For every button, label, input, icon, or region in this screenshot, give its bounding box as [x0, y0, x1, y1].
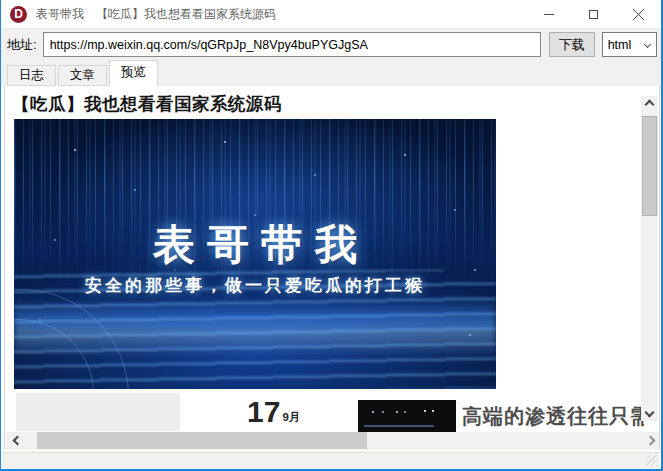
- tab-article-label: 文章: [70, 68, 95, 82]
- tab-preview[interactable]: 预览: [109, 60, 158, 86]
- image-placeholder: [16, 393, 180, 431]
- chevron-right-icon: [646, 436, 656, 446]
- article-date-month: 9月: [282, 410, 300, 429]
- app-window: D 表哥带我 【吃瓜】我也想看看国家系统源码 地址: 下载 html 日志: [0, 0, 663, 471]
- vertical-scrollbar-thumb[interactable]: [642, 116, 657, 216]
- preview-pane: 【吃瓜】我也想看看国家系统源码 表哥带我 安全的那些事，做一只爱吃瓜的打工猴 1…: [4, 85, 660, 449]
- thumbnail-detail-dots: [358, 400, 360, 402]
- minimize-button[interactable]: [526, 0, 571, 28]
- address-row: 地址: 下载 html: [1, 29, 661, 60]
- chevron-up-icon: [645, 100, 655, 110]
- tab-log[interactable]: 日志: [7, 65, 56, 86]
- tab-preview-label: 预览: [121, 65, 146, 79]
- maximize-button[interactable]: [571, 0, 616, 28]
- app-icon: D: [10, 6, 27, 23]
- window-title: 表哥带我 【吃瓜】我也想看看国家系统源码: [36, 6, 276, 23]
- scroll-right-button[interactable]: [642, 432, 659, 449]
- address-input[interactable]: [43, 32, 541, 57]
- scroll-left-button[interactable]: [9, 432, 26, 449]
- address-label: 地址:: [7, 36, 37, 54]
- scroll-up-button[interactable]: [641, 96, 658, 113]
- banner-particle-dots: [14, 119, 16, 121]
- format-select[interactable]: html: [602, 32, 657, 57]
- tab-article[interactable]: 文章: [58, 65, 107, 86]
- article-thumbnail-image: [358, 400, 456, 432]
- titlebar[interactable]: D 表哥带我 【吃瓜】我也想看看国家系统源码: [1, 0, 661, 29]
- window-controls: [526, 0, 661, 28]
- horizontal-scrollbar-thumb[interactable]: [37, 432, 367, 449]
- banner-subtitle: 安全的那些事，做一只爱吃瓜的打工猴: [14, 274, 496, 297]
- status-bar: [2, 452, 659, 468]
- vertical-scrollbar[interactable]: [641, 96, 658, 421]
- resize-grip[interactable]: [646, 455, 658, 467]
- article-banner-image: 表哥带我 安全的那些事，做一只爱吃瓜的打工猴: [14, 119, 496, 389]
- close-button[interactable]: [616, 0, 661, 28]
- maximize-icon: [589, 10, 598, 19]
- download-button-label: 下载: [559, 36, 585, 54]
- article-snippet: 高端的渗透往往只需: [462, 403, 644, 430]
- article-date-day: 17: [247, 395, 280, 429]
- format-select-value: html: [608, 38, 632, 52]
- download-button[interactable]: 下载: [549, 32, 595, 57]
- scroll-down-button[interactable]: [641, 404, 658, 421]
- chevron-down-icon: [645, 408, 655, 418]
- minimize-icon: [544, 14, 554, 15]
- tab-log-label: 日志: [19, 68, 44, 82]
- horizontal-scrollbar[interactable]: [6, 432, 659, 449]
- article-date: 17 9月: [247, 395, 300, 429]
- chevron-down-icon: [644, 41, 651, 48]
- thumbnail-detail-line: [364, 425, 434, 427]
- app-icon-letter: D: [14, 7, 23, 21]
- close-icon: [633, 9, 644, 20]
- chevron-left-icon: [13, 436, 23, 446]
- article-title: 【吃瓜】我也想看看国家系统源码: [12, 92, 282, 116]
- tab-bar: 日志 文章 预览: [1, 60, 661, 86]
- banner-title: 表哥带我: [14, 217, 496, 273]
